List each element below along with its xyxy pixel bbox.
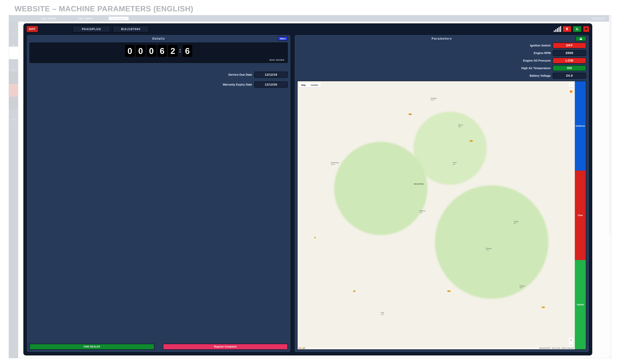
map-road-badge: 534 [447,290,450,292]
parameter-value: ON [553,65,586,71]
vertical-scrollbar[interactable]: ▲ ▼ [609,15,611,358]
rail-item[interactable]: M [9,22,18,34]
odo-digit: 0 [125,45,135,57]
parameter-row: Battery Voltage24.0 [297,73,586,79]
service-due-label: Service Due Date [228,73,252,76]
map-canvas[interactable]: Map Satellite ⛶ ⬤ + − [298,81,575,349]
browser-window: User: Admin Type: admin Select Language … [9,15,611,358]
close-icon: ✕ [585,27,588,31]
serial-chip: BIAJ187004 [113,26,149,32]
map-type-map[interactable]: Map [299,83,308,88]
map-pin-icon [565,28,569,31]
service-due-value: 12/12/19 [254,72,288,78]
topbar-type: Type: admin [78,17,93,20]
run-hours-odometer: 0 0 0 6 2 : 6 RUN HOURS [30,43,288,63]
odo-separator: : [179,47,182,55]
geofence-button[interactable]: Geofence [575,81,586,170]
more-button[interactable]: More [278,36,288,41]
parameter-label: Ignition Switch [530,44,551,47]
topbar-user: User: Admin [41,17,56,20]
parameter-value: OFF [553,43,586,48]
scroll-down-icon[interactable]: ▼ [609,356,611,358]
parameter-label: Battery Voltage [530,74,551,77]
parameters-title: Parameters [432,37,452,41]
rail-item[interactable]: Man [9,34,18,47]
map-report-link[interactable]: Report a map error [562,347,574,349]
pegman-icon: ⬤ [569,90,573,93]
map-place-label: Khirsuखिर्सू [458,124,463,128]
map-road-badge: 309 [469,140,473,142]
fullscreen-icon: ⛶ [570,84,572,86]
rail-item[interactable] [9,72,18,84]
odo-digit: 0 [147,45,156,57]
map-pegman[interactable]: ⬤ [569,89,573,94]
language-select[interactable]: Select Language [109,17,129,20]
odo-digit: 6 [157,45,167,57]
map-road-badge: 121 [542,306,545,308]
map-container: Map Satellite ⛶ ⬤ + − [297,81,586,350]
parameter-label: Engine RPM [534,51,551,55]
map-place-label: Patliपाटली [381,312,384,316]
map-type-toggle[interactable]: Map Satellite [299,83,321,88]
rail-item[interactable]: Con [9,109,18,121]
machine-dashboard: OFF PA415PLUS BIAJ187004 ✕ [23,23,592,355]
satellite-icon [575,27,579,31]
close-button[interactable]: ✕ [583,26,589,32]
call-button[interactable] [573,26,581,32]
odo-digit: 2 [168,45,178,57]
odo-digit: 0 [136,45,145,57]
warranty-expiry-label: Warranty Expiry Date [223,83,252,86]
map-type-satellite[interactable]: Satellite [308,83,321,88]
map-copyright: Map data ©2019 [540,347,550,349]
slide-title: WEBSITE – MACHINE PARAMETERS (ENGLISH) [15,4,611,13]
map-side-buttons: Geofence Clear Submit [575,81,586,349]
rail-item[interactable]: Mo [9,59,18,72]
parameter-value: 2000 [553,50,586,56]
map-place-label: Thalisaiथालीसैं [519,285,525,288]
model-chip: PA415PLUS [73,26,110,32]
parameter-label: Engine Oil Pressure [523,59,551,62]
map-place-label: Srinagarश्रीनगर [431,97,437,101]
details-title: Details [153,37,165,41]
parameter-row: Ignition SwitchOFF [297,43,586,48]
odo-digit: 6 [183,45,192,57]
submit-button[interactable]: Submit [575,260,586,349]
machine-status-badge: OFF [26,26,38,32]
map-place-label: Bharsarभरसर [486,247,492,251]
parameter-row: Engine RPM2000 [297,50,586,56]
scroll-thumb[interactable] [609,17,611,234]
map-terms-link[interactable]: Terms of Use [552,347,560,349]
app-topbar: User: Admin Type: admin Select Language … [9,15,609,22]
parameters-panel: Parameters Ignition SwitchOFFEngine RPM2… [294,34,589,352]
map-zoom-controls: + − [569,338,573,348]
scroll-up-icon[interactable]: ▲ [609,15,611,17]
map-place-label: Nishneeनिशनी [420,210,425,213]
register-complaint-button[interactable]: Register Complaint [163,344,288,350]
clear-button[interactable]: Clear [575,170,586,260]
parameter-label: High Air Temperature [521,66,551,70]
find-dealer-button[interactable]: FIND DEALER [30,344,154,350]
google-logo: Google [298,347,305,349]
parameter-row: Engine Oil PressureLOW [297,58,586,63]
map-machine-marker[interactable]: BIAJ187004 [414,183,424,185]
rail-item[interactable] [9,47,18,59]
map-place-label: Southiसौंठी [514,221,518,224]
warranty-expiry-value: 12/12/20 [254,81,288,88]
warning-icon [579,37,583,40]
map-road-badge: 309 [408,113,412,115]
details-panel: Details More 0 0 0 6 2 : 6 RU [26,34,291,352]
map-zoom-in[interactable]: + [569,338,573,343]
logout-button[interactable]: LOGOUT [592,17,606,20]
parameter-value: 24.0 [553,73,586,79]
map-fullscreen-button[interactable]: ⛶ [569,83,573,87]
map-road-badge: 7 [314,237,316,238]
rail-item[interactable] [9,84,18,97]
alerts-button[interactable] [576,36,586,41]
rail-item[interactable] [9,97,18,109]
locate-button[interactable] [563,26,571,32]
dashboard-header: OFF PA415PLUS BIAJ187004 ✕ [26,26,589,32]
signal-strength-icon [554,26,561,32]
left-nav-rail: M Man Mo Con [9,22,18,358]
map-road-badge: 32 [353,290,356,292]
map-place-label: Pauriपौड़ी [453,162,457,165]
